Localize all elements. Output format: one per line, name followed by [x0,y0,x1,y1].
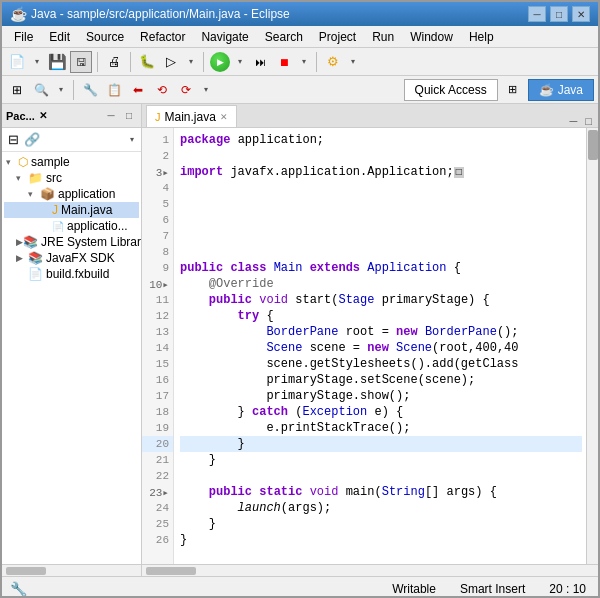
tree-item-javafx[interactable]: ▶ 📚 JavaFX SDK [4,250,139,266]
code-line-23: public static void main(String[] args) { [180,484,582,500]
toolbar2-right: Quick Access ⊞ ☕ Java [404,79,594,101]
close-button[interactable]: ✕ [572,6,590,22]
quick-access-button[interactable]: Quick Access [404,79,498,101]
tb2-btn6[interactable]: ⟲ [151,79,173,101]
new-dropdown[interactable]: ▾ [30,51,44,73]
linenum-6: 6 [142,212,173,228]
pe-header: Pac... ✕ ─ □ [2,104,141,128]
code-line-1: package application; [180,132,582,148]
menu-search[interactable]: Search [257,26,311,47]
tree-item-application-file[interactable]: ▾ 📄 applicatio... [4,218,139,234]
java-tab-icon: J [155,111,161,123]
run-dropdown[interactable]: ▷ [160,51,182,73]
tb2-nav-arrow[interactable]: ▾ [199,79,213,101]
application-file-label: applicatio... [67,219,128,233]
pe-hscroll-thumb[interactable] [6,567,46,575]
stop-dropdown[interactable]: ▾ [297,51,311,73]
code-line-11: public void start(Stage primaryStage) { [180,292,582,308]
run-dropdown-arrow[interactable]: ▾ [184,51,198,73]
pe-close-icon[interactable]: ✕ [39,110,47,121]
editor-tab-main[interactable]: J Main.java ✕ [146,105,237,127]
tree-item-main-java[interactable]: ▾ J Main.java [4,202,139,218]
package-icon: 📦 [40,187,55,201]
minimize-button[interactable]: ─ [528,6,546,22]
stop-btn[interactable]: ⏹ [273,51,295,73]
editor-hscroll-thumb[interactable] [146,567,196,575]
open-perspective-btn[interactable]: ⊞ [502,79,524,101]
linenum-15: 15 [142,356,173,372]
title-bar: ☕ Java - sample/src/application/Main.jav… [2,2,598,26]
application-pkg-label: application [58,187,115,201]
print-button[interactable]: 🖨 [103,51,125,73]
tb2-btn7[interactable]: ⟳ [175,79,197,101]
tab-separator-icon: ✕ [220,112,228,122]
linenum-10: 10▸ [142,276,173,292]
linenum-22: 22 [142,468,173,484]
title-bar-left: ☕ Java - sample/src/application/Main.jav… [10,6,290,22]
code-content[interactable]: package application; import javafx.appli… [174,128,586,564]
linenum-5: 5 [142,196,173,212]
menu-edit[interactable]: Edit [41,26,78,47]
menu-refactor[interactable]: Refactor [132,26,193,47]
menu-project[interactable]: Project [311,26,364,47]
status-icon: 🔧 [10,581,27,597]
code-line-22 [180,468,582,484]
menu-source[interactable]: Source [78,26,132,47]
tb2-btn4[interactable]: 📋 [103,79,125,101]
save-button[interactable]: 💾 [46,51,68,73]
tree-item-application-pkg[interactable]: ▾ 📦 application [4,186,139,202]
menu-window[interactable]: Window [402,26,461,47]
editor-maximize-btn[interactable]: □ [583,115,594,127]
linenum-20: 20 [142,436,173,452]
editor-bottom-scroll[interactable] [142,564,598,576]
tb2-fwd-arrow[interactable]: ▾ [54,79,68,101]
java-perspective-button[interactable]: ☕ Java [528,79,594,101]
save-all-button[interactable]: 🖫 [70,51,92,73]
editor-minimize-btn[interactable]: ─ [568,115,580,127]
sep-tb2-1 [73,80,74,100]
tree-item-build[interactable]: ▾ 📄 build.fxbuild [4,266,139,282]
code-line-12: try { [180,308,582,324]
tb2-fwd[interactable]: 🔍 [30,79,52,101]
menu-help[interactable]: Help [461,26,502,47]
tb2-btn3[interactable]: 🔧 [79,79,101,101]
pe-hscroll[interactable] [2,564,141,576]
code-line-4 [180,180,582,196]
pe-collapse-btn[interactable]: ⊟ [4,131,22,149]
tb2-back[interactable]: ⊞ [6,79,28,101]
maximize-button[interactable]: □ [550,6,568,22]
jre-arrow: ▶ [16,237,23,247]
external-dropdown[interactable]: ▾ [346,51,360,73]
main-content: Pac... ✕ ─ □ ⊟ 🔗 ▾ ▾ ⬡ sample ▾ 📁 [2,104,598,576]
linenum-25: 25 [142,516,173,532]
pe-minimize-btn[interactable]: ─ [103,108,119,124]
pe-menu-btn[interactable]: ▾ [125,129,139,151]
tree-item-sample[interactable]: ▾ ⬡ sample [4,154,139,170]
editor-scrollbar-thumb[interactable] [588,130,598,160]
editor-scrollbar[interactable] [586,128,598,564]
pe-link-btn[interactable]: 🔗 [23,131,41,149]
skip-btn[interactable]: ⏭ [249,51,271,73]
linenum-14: 14 [142,340,173,356]
menu-navigate[interactable]: Navigate [193,26,256,47]
tree-item-src[interactable]: ▾ 📁 src [4,170,139,186]
new-button[interactable]: 📄 [6,51,28,73]
debug-button[interactable]: 🐛 [136,51,158,73]
separator4 [316,52,317,72]
menu-run[interactable]: Run [364,26,402,47]
build-icon: 📄 [28,267,43,281]
tree-item-jre[interactable]: ▶ 📚 JRE System Librar... [4,234,139,250]
separator3 [203,52,204,72]
sample-arrow: ▾ [6,157,18,167]
menu-file[interactable]: File [6,26,41,47]
linenum-9: 9 [142,260,173,276]
pe-maximize-btn[interactable]: □ [121,108,137,124]
application-arrow: ▾ [28,189,40,199]
run-config-arrow[interactable]: ▾ [233,51,247,73]
code-editor[interactable]: 1 2 3▸ 4 5 6 7 8 9 10▸ 11 12 13 14 15 16… [142,128,598,564]
tb2-btn5[interactable]: ⬅ [127,79,149,101]
external-tools-btn[interactable]: ⚙ [322,51,344,73]
editor-tab-controls: ─ □ [568,115,598,127]
run-button[interactable]: ▶ [210,52,230,72]
linenum-8: 8 [142,244,173,260]
